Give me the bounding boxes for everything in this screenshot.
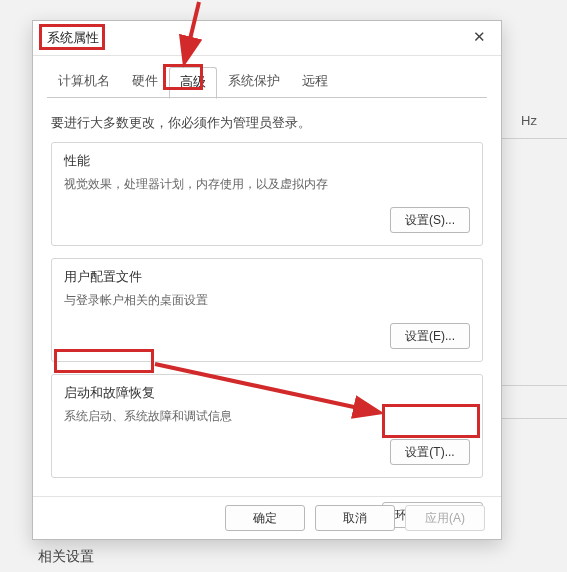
group-user-profile-desc: 与登录帐户相关的桌面设置 — [64, 292, 470, 309]
tab-underline — [47, 97, 487, 98]
close-icon[interactable]: ✕ — [469, 28, 489, 48]
tab-computer-name[interactable]: 计算机名 — [47, 66, 121, 98]
ok-button[interactable]: 确定 — [225, 505, 305, 531]
startup-recovery-settings-button[interactable]: 设置(T)... — [390, 439, 470, 465]
group-performance-title: 性能 — [64, 153, 470, 170]
host-divider — [497, 418, 567, 419]
tab-system-protection[interactable]: 系统保护 — [217, 66, 291, 98]
group-performance: 性能 视觉效果，处理器计划，内存使用，以及虚拟内存 设置(S)... — [51, 142, 483, 246]
tab-strip: 计算机名 硬件 高级 系统保护 远程 — [33, 56, 501, 98]
host-hz-label: Hz — [521, 113, 537, 128]
dialog-footer: 确定 取消 应用(A) — [33, 496, 501, 539]
tab-advanced[interactable]: 高级 — [169, 67, 217, 99]
group-startup-recovery-title: 启动和故障恢复 — [64, 385, 470, 402]
titlebar: 系统属性 ✕ — [33, 21, 501, 56]
admin-notice: 要进行大多数更改，你必须作为管理员登录。 — [51, 115, 483, 132]
group-user-profile-title: 用户配置文件 — [64, 269, 470, 286]
tab-remote[interactable]: 远程 — [291, 66, 339, 98]
group-user-profile: 用户配置文件 与登录帐户相关的桌面设置 设置(E)... — [51, 258, 483, 362]
system-properties-dialog: 系统属性 ✕ 计算机名 硬件 高级 系统保护 远程 要进行大多数更改，你必须作为… — [32, 20, 502, 540]
user-profile-settings-button[interactable]: 设置(E)... — [390, 323, 470, 349]
performance-settings-button[interactable]: 设置(S)... — [390, 207, 470, 233]
apply-button[interactable]: 应用(A) — [405, 505, 485, 531]
group-startup-recovery: 启动和故障恢复 系统启动、系统故障和调试信息 设置(T)... — [51, 374, 483, 478]
host-related-settings-heading: 相关设置 — [38, 548, 94, 566]
host-divider — [497, 138, 567, 139]
dialog-content: 要进行大多数更改，你必须作为管理员登录。 性能 视觉效果，处理器计划，内存使用，… — [33, 99, 501, 498]
tab-hardware[interactable]: 硬件 — [121, 66, 169, 98]
group-startup-recovery-desc: 系统启动、系统故障和调试信息 — [64, 408, 470, 425]
group-performance-desc: 视觉效果，处理器计划，内存使用，以及虚拟内存 — [64, 176, 470, 193]
dialog-title: 系统属性 — [47, 29, 99, 47]
cancel-button[interactable]: 取消 — [315, 505, 395, 531]
host-divider — [497, 385, 567, 386]
